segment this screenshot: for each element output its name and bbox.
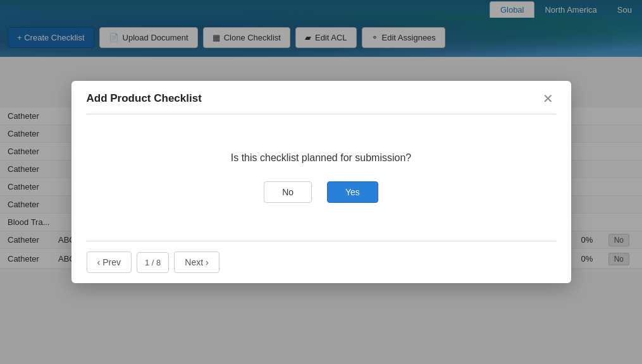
modal-answer-buttons: No Yes: [264, 181, 378, 203]
prev-button[interactable]: ‹ Prev: [87, 252, 132, 273]
modal-footer: ‹ Prev 1 / 8 Next ›: [71, 241, 571, 283]
modal-title: Add Product Checklist: [87, 92, 202, 105]
modal-close-button[interactable]: ✕: [540, 92, 556, 105]
modal-question-text: Is this checklist planned for submission…: [231, 152, 411, 164]
modal-header: Add Product Checklist ✕: [71, 81, 571, 114]
add-product-checklist-modal: Add Product Checklist ✕ Is this checklis…: [71, 81, 571, 283]
modal-overlay: Add Product Checklist ✕ Is this checklis…: [0, 0, 642, 364]
no-button[interactable]: No: [264, 181, 312, 203]
chevron-left-icon: ‹: [97, 257, 101, 267]
chevron-right-icon: ›: [206, 257, 209, 267]
modal-body: Is this checklist planned for submission…: [71, 114, 571, 241]
next-button[interactable]: Next ›: [174, 252, 219, 273]
yes-button[interactable]: Yes: [327, 181, 378, 203]
page-indicator: 1 / 8: [137, 252, 169, 273]
